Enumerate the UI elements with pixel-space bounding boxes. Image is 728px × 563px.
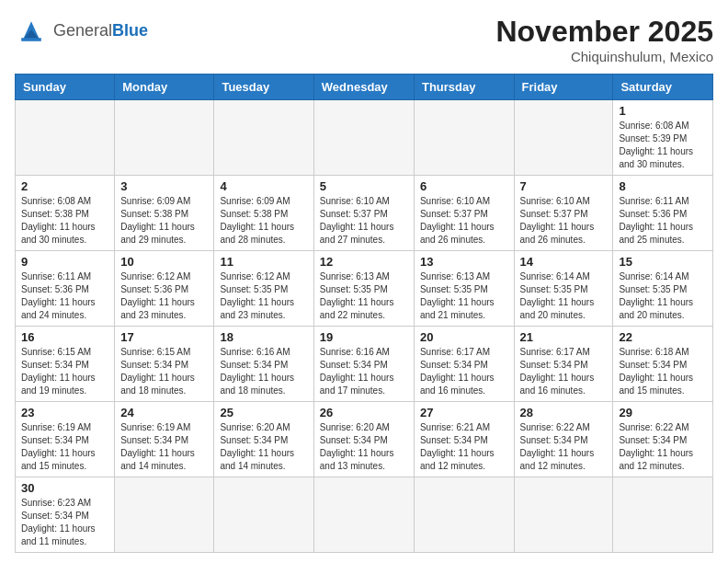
calendar-cell — [115, 477, 214, 553]
day-info: Sunrise: 6:15 AMSunset: 5:34 PMDaylight:… — [21, 346, 108, 397]
day-number: 19 — [320, 330, 408, 344]
day-info: Sunrise: 6:10 AMSunset: 5:37 PMDaylight:… — [420, 195, 508, 247]
day-info: Sunrise: 6:14 AMSunset: 5:35 PMDaylight:… — [520, 270, 608, 322]
calendar-cell — [16, 100, 115, 176]
day-number: 8 — [619, 179, 707, 193]
day-number: 17 — [120, 330, 208, 344]
day-header-sunday: Sunday — [16, 75, 115, 100]
day-header-saturday: Saturday — [613, 75, 713, 100]
day-info: Sunrise: 6:15 AMSunset: 5:34 PMDaylight:… — [120, 346, 208, 397]
day-header-wednesday: Wednesday — [313, 75, 414, 100]
day-info: Sunrise: 6:20 AMSunset: 5:34 PMDaylight:… — [320, 421, 408, 473]
day-number: 5 — [320, 179, 408, 193]
calendar-cell — [313, 477, 414, 553]
day-info: Sunrise: 6:09 AMSunset: 5:38 PMDaylight:… — [120, 195, 208, 247]
day-number: 2 — [21, 179, 108, 193]
day-number: 9 — [21, 255, 108, 269]
calendar-cell: 23Sunrise: 6:19 AMSunset: 5:34 PMDayligh… — [16, 402, 115, 477]
calendar-cell: 19Sunrise: 6:16 AMSunset: 5:34 PMDayligh… — [313, 327, 414, 402]
calendar-cell: 12Sunrise: 6:13 AMSunset: 5:35 PMDayligh… — [313, 251, 414, 327]
calendar-cell: 27Sunrise: 6:21 AMSunset: 5:34 PMDayligh… — [414, 402, 514, 477]
day-info: Sunrise: 6:16 AMSunset: 5:34 PMDaylight:… — [220, 346, 307, 397]
day-info: Sunrise: 6:17 AMSunset: 5:34 PMDaylight:… — [420, 346, 508, 397]
day-info: Sunrise: 6:10 AMSunset: 5:37 PMDaylight:… — [520, 195, 608, 247]
day-number: 18 — [220, 330, 307, 344]
calendar-cell: 16Sunrise: 6:15 AMSunset: 5:34 PMDayligh… — [16, 327, 115, 402]
calendar-cell: 10Sunrise: 6:12 AMSunset: 5:36 PMDayligh… — [115, 251, 214, 327]
calendar-cell — [214, 100, 313, 176]
calendar-cell — [514, 477, 613, 553]
calendar-cell: 1Sunrise: 6:08 AMSunset: 5:39 PMDaylight… — [613, 100, 713, 176]
day-number: 4 — [220, 179, 307, 193]
calendar-cell: 9Sunrise: 6:11 AMSunset: 5:36 PMDaylight… — [16, 251, 115, 327]
calendar-cell: 29Sunrise: 6:22 AMSunset: 5:34 PMDayligh… — [613, 402, 713, 477]
day-info: Sunrise: 6:13 AMSunset: 5:35 PMDaylight:… — [320, 270, 408, 322]
day-info: Sunrise: 6:12 AMSunset: 5:36 PMDaylight:… — [120, 270, 208, 322]
calendar-cell — [214, 477, 313, 553]
day-info: Sunrise: 6:22 AMSunset: 5:34 PMDaylight:… — [619, 421, 707, 473]
calendar-cell: 14Sunrise: 6:14 AMSunset: 5:35 PMDayligh… — [514, 251, 613, 327]
calendar-cell: 28Sunrise: 6:22 AMSunset: 5:34 PMDayligh… — [514, 402, 613, 477]
logo: GeneralBlue — [15, 15, 148, 48]
day-number: 20 — [420, 330, 508, 344]
day-number: 14 — [520, 255, 608, 269]
day-info: Sunrise: 6:12 AMSunset: 5:35 PMDaylight:… — [220, 270, 307, 322]
calendar: SundayMondayTuesdayWednesdayThursdayFrid… — [15, 74, 713, 553]
calendar-cell: 7Sunrise: 6:10 AMSunset: 5:37 PMDaylight… — [514, 176, 613, 251]
day-number: 26 — [320, 406, 408, 419]
day-info: Sunrise: 6:22 AMSunset: 5:34 PMDaylight:… — [520, 421, 608, 473]
day-number: 3 — [120, 179, 208, 193]
day-info: Sunrise: 6:23 AMSunset: 5:34 PMDaylight:… — [21, 497, 108, 548]
calendar-cell: 6Sunrise: 6:10 AMSunset: 5:37 PMDaylight… — [414, 176, 514, 251]
day-number: 30 — [21, 481, 108, 495]
day-number: 7 — [520, 179, 608, 193]
day-number: 10 — [120, 255, 208, 269]
day-info: Sunrise: 6:11 AMSunset: 5:36 PMDaylight:… — [619, 195, 707, 247]
day-info: Sunrise: 6:08 AMSunset: 5:38 PMDaylight:… — [21, 195, 108, 247]
day-number: 29 — [619, 406, 707, 419]
day-number: 23 — [21, 406, 108, 419]
day-info: Sunrise: 6:19 AMSunset: 5:34 PMDaylight:… — [21, 421, 108, 473]
calendar-cell: 26Sunrise: 6:20 AMSunset: 5:34 PMDayligh… — [313, 402, 414, 477]
logo-icon — [15, 15, 48, 48]
svg-rect-3 — [21, 38, 41, 41]
calendar-cell — [115, 100, 214, 176]
day-number: 13 — [420, 255, 508, 269]
day-number: 6 — [420, 179, 508, 193]
calendar-cell — [414, 477, 514, 553]
day-header-thursday: Thursday — [414, 75, 514, 100]
day-header-tuesday: Tuesday — [214, 75, 313, 100]
day-info: Sunrise: 6:13 AMSunset: 5:35 PMDaylight:… — [420, 270, 508, 322]
day-info: Sunrise: 6:17 AMSunset: 5:34 PMDaylight:… — [520, 346, 608, 397]
calendar-cell: 24Sunrise: 6:19 AMSunset: 5:34 PMDayligh… — [115, 402, 214, 477]
day-header-monday: Monday — [115, 75, 214, 100]
calendar-cell — [613, 477, 713, 553]
day-info: Sunrise: 6:21 AMSunset: 5:34 PMDaylight:… — [420, 421, 508, 473]
calendar-cell — [514, 100, 613, 176]
calendar-cell: 21Sunrise: 6:17 AMSunset: 5:34 PMDayligh… — [514, 327, 613, 402]
title-section: November 2025 Chiquinshulum, Mexico — [495, 15, 713, 64]
day-number: 24 — [120, 406, 208, 419]
day-number: 1 — [619, 104, 707, 118]
calendar-cell: 5Sunrise: 6:10 AMSunset: 5:37 PMDaylight… — [313, 176, 414, 251]
calendar-cell: 15Sunrise: 6:14 AMSunset: 5:35 PMDayligh… — [613, 251, 713, 327]
logo-text: GeneralBlue — [53, 22, 148, 40]
calendar-cell: 2Sunrise: 6:08 AMSunset: 5:38 PMDaylight… — [16, 176, 115, 251]
calendar-cell: 4Sunrise: 6:09 AMSunset: 5:38 PMDaylight… — [214, 176, 313, 251]
calendar-cell: 11Sunrise: 6:12 AMSunset: 5:35 PMDayligh… — [214, 251, 313, 327]
day-info: Sunrise: 6:14 AMSunset: 5:35 PMDaylight:… — [619, 270, 707, 322]
day-number: 27 — [420, 406, 508, 419]
calendar-cell: 20Sunrise: 6:17 AMSunset: 5:34 PMDayligh… — [414, 327, 514, 402]
day-header-friday: Friday — [514, 75, 613, 100]
day-number: 21 — [520, 330, 608, 344]
day-info: Sunrise: 6:08 AMSunset: 5:39 PMDaylight:… — [619, 120, 707, 171]
day-number: 25 — [220, 406, 307, 419]
day-number: 12 — [320, 255, 408, 269]
day-number: 16 — [21, 330, 108, 344]
header: GeneralBlue November 2025 Chiquinshulum,… — [15, 15, 713, 64]
month-title: November 2025 — [495, 15, 713, 49]
calendar-cell: 22Sunrise: 6:18 AMSunset: 5:34 PMDayligh… — [613, 327, 713, 402]
calendar-cell — [414, 100, 514, 176]
day-info: Sunrise: 6:10 AMSunset: 5:37 PMDaylight:… — [320, 195, 408, 247]
calendar-cell — [313, 100, 414, 176]
